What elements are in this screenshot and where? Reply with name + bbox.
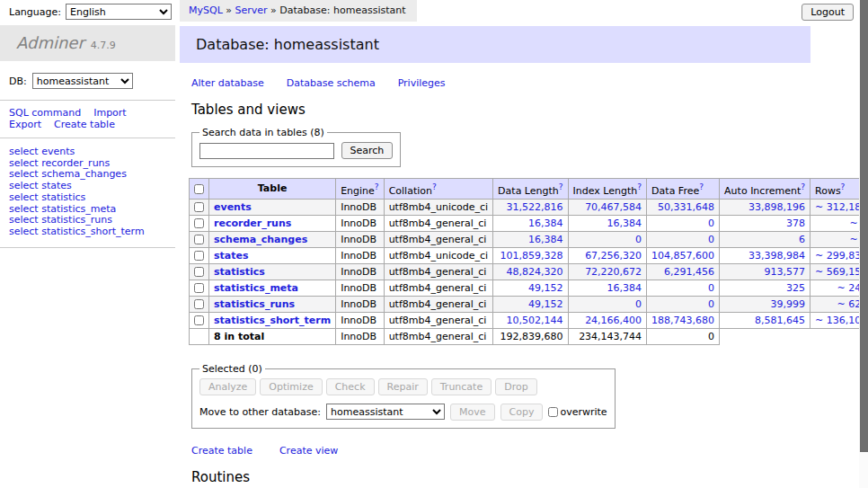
row-checkbox[interactable] <box>194 202 204 212</box>
index-length-link[interactable]: 67,256,320 <box>585 250 642 262</box>
row-checkbox[interactable] <box>194 283 204 293</box>
overwrite-checkbox[interactable] <box>548 407 558 417</box>
sidebar-item-select-statistics-short-term[interactable]: select statistics_short_term <box>9 226 175 238</box>
auto-increment-link[interactable]: 39,999 <box>771 298 806 310</box>
db-select[interactable]: homeassistant <box>32 73 133 89</box>
check-button[interactable]: Check <box>326 378 375 395</box>
data-free-link[interactable]: 50,331,648 <box>658 201 714 213</box>
engine-cell: InnoDB <box>336 215 384 231</box>
select-all-checkbox[interactable] <box>194 184 204 194</box>
breadcrumb-link-server[interactable]: Server <box>235 4 268 16</box>
data-free-link[interactable]: 0 <box>708 282 714 294</box>
copy-button[interactable]: Copy <box>500 404 544 421</box>
drop-button[interactable]: Drop <box>495 378 536 395</box>
sidebar-tables-list: select eventsselect recorder_runsselect … <box>0 138 175 247</box>
sidebar-action-create-table[interactable]: Create table <box>54 119 115 130</box>
language-select[interactable]: English <box>66 4 172 20</box>
column-header-table: Table <box>209 179 336 200</box>
help-link-collation[interactable]: ? <box>432 182 437 191</box>
table-name-cell: statistics_runs <box>209 296 336 312</box>
table-link-events[interactable]: events <box>214 201 252 213</box>
help-link-rows[interactable]: ? <box>841 182 846 191</box>
data-free-link[interactable]: 0 <box>708 217 714 229</box>
index-length-link[interactable]: 70,467,584 <box>585 201 642 213</box>
data-length-link[interactable]: 48,824,320 <box>507 266 563 278</box>
total-index-length: 234,143,744 <box>568 328 647 344</box>
scrollbar-thumb[interactable] <box>860 0 868 452</box>
auto-increment-link[interactable]: 325 <box>786 282 805 294</box>
index-length-cell: 72,220,672 <box>568 263 647 279</box>
total-data-free: 0 <box>647 328 720 344</box>
data-length-link[interactable]: 31,522,816 <box>507 201 563 213</box>
search-button[interactable]: Search <box>341 142 394 159</box>
row-checkbox[interactable] <box>194 299 204 309</box>
index-length-link[interactable]: 72,220,672 <box>585 266 642 278</box>
table-link-states[interactable]: states <box>214 250 249 262</box>
sidebar-action-import[interactable]: Import <box>93 107 127 119</box>
index-length-link[interactable]: 24,166,400 <box>585 315 642 326</box>
data-length-link[interactable]: 10,502,144 <box>507 315 563 326</box>
index-length-link[interactable]: 16,384 <box>607 217 642 229</box>
auto-increment-link[interactable]: 33,898,196 <box>748 201 805 213</box>
optimize-button[interactable]: Optimize <box>260 378 322 395</box>
move-button[interactable]: Move <box>450 404 495 421</box>
row-checkbox[interactable] <box>194 235 204 244</box>
row-checkbox[interactable] <box>194 251 204 261</box>
sidebar-item-select-statistics[interactable]: select statistics <box>9 192 175 204</box>
link-create-table[interactable]: Create table <box>191 445 252 457</box>
move-db-select[interactable]: homeassistant <box>326 404 445 420</box>
data-free-link[interactable]: 0 <box>708 298 714 310</box>
sidebar-action-export[interactable]: Export <box>9 119 41 130</box>
data-free-link[interactable]: 188,743,680 <box>651 315 714 326</box>
help-link-auto-increment[interactable]: ? <box>801 182 805 191</box>
row-checkbox[interactable] <box>194 315 204 325</box>
data-length-link[interactable]: 49,152 <box>528 282 563 294</box>
table-link-statistics[interactable]: statistics <box>214 266 265 278</box>
auto-increment-link[interactable]: 33,398,984 <box>748 250 805 262</box>
sidebar-item-select-events[interactable]: select events <box>9 146 175 158</box>
link-database-schema[interactable]: Database schema <box>287 77 376 89</box>
index-length-link[interactable]: 0 <box>635 298 642 310</box>
auto-increment-link[interactable]: 6 <box>799 234 805 245</box>
breadcrumb-link-mysql[interactable]: MySQL <box>189 4 223 16</box>
sidebar-action-sql-command[interactable]: SQL command <box>9 107 81 119</box>
table-link-schema-changes[interactable]: schema_changes <box>214 234 307 245</box>
row-checkbox[interactable] <box>194 267 204 277</box>
data-length-link[interactable]: 49,152 <box>528 298 563 310</box>
logout-button[interactable]: Logout <box>802 4 854 21</box>
index-length-link[interactable]: 0 <box>635 234 642 245</box>
sidebar-item-select-states[interactable]: select states <box>9 181 175 192</box>
index-length-link[interactable]: 16,384 <box>607 282 642 294</box>
row-checkbox[interactable] <box>194 218 204 228</box>
help-link-engine[interactable]: ? <box>375 182 379 191</box>
search-input[interactable] <box>199 143 334 159</box>
repair-button[interactable]: Repair <box>378 378 428 395</box>
link-privileges[interactable]: Privileges <box>398 77 446 89</box>
data-free-link[interactable]: 0 <box>708 234 714 245</box>
table-link-statistics-short-term[interactable]: statistics_short_term <box>214 315 331 326</box>
link-alter-database[interactable]: Alter database <box>191 77 264 89</box>
data-length-link[interactable]: 101,859,328 <box>500 250 563 262</box>
analyze-button[interactable]: Analyze <box>199 378 256 395</box>
data-length-cell: 10,502,144 <box>493 312 568 328</box>
table-link-recorder-runs[interactable]: recorder_runs <box>214 217 291 229</box>
data-free-link[interactable]: 104,857,600 <box>651 250 714 262</box>
data-free-link[interactable]: 6,291,456 <box>664 266 714 278</box>
scrollbar-track[interactable] <box>859 0 868 488</box>
help-link-index-length[interactable]: ? <box>637 182 642 191</box>
data-length-link[interactable]: 16,384 <box>528 217 563 229</box>
data-free-cell: 0 <box>647 231 720 247</box>
language-label: Language: <box>9 6 61 18</box>
auto-increment-link[interactable]: 378 <box>786 217 805 229</box>
help-link-data-length[interactable]: ? <box>559 182 563 191</box>
link-create-view[interactable]: Create view <box>279 445 338 457</box>
data-length-link[interactable]: 16,384 <box>528 234 563 245</box>
auto-increment-cell: 39,999 <box>720 296 810 312</box>
auto-increment-link[interactable]: 913,577 <box>765 266 806 278</box>
help-link-data-free[interactable]: ? <box>699 182 704 191</box>
engine-cell: InnoDB <box>336 279 384 296</box>
table-link-statistics-meta[interactable]: statistics_meta <box>214 282 298 294</box>
auto-increment-link[interactable]: 8,581,645 <box>755 315 805 326</box>
table-link-statistics-runs[interactable]: statistics_runs <box>214 298 295 310</box>
truncate-button[interactable]: Truncate <box>431 378 492 395</box>
